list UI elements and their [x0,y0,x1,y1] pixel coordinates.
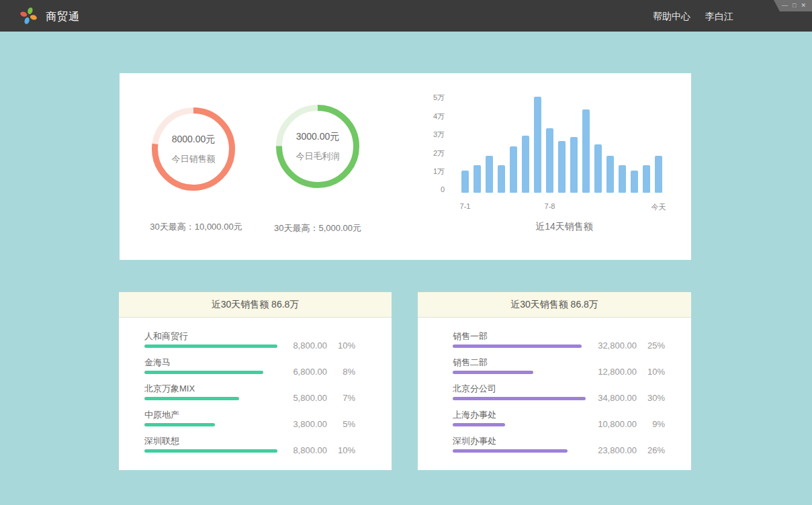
today-sales-ring: 8000.00元 今日销售额 [152,107,235,191]
rank-bar-fill [144,345,277,348]
rank-values: 12,800.0010% [588,367,665,377]
rank-bar-fill [453,397,586,400]
bar [546,128,553,193]
customer-rank-card: 近30天销售额 86.8万 人和商贸行 8,800.0010% 金海马 6,80… [119,292,392,470]
rank-percent: 9% [637,419,665,429]
rank-percent: 30% [637,393,665,403]
maximize-icon[interactable]: □ [793,3,796,9]
bar [655,156,662,193]
bar [534,97,541,193]
bars [461,73,671,193]
rank-name: 深圳联想 [144,437,355,446]
rank-percent: 10% [327,445,355,455]
rank-row: 中原地产 3,800.005% [144,410,355,437]
rank-row: 销售二部 12,800.0010% [453,358,665,384]
y-axis-label: 4万 [408,111,445,122]
profit-30d-max: 30天最高：5,000.00元 [274,222,361,234]
rank-bar-fill [144,449,277,453]
bar [582,109,590,193]
bar [643,165,650,193]
rank-percent: 25% [637,340,665,351]
y-axis-label: 0 [408,185,445,193]
rank-amount: 34,800.00 [588,393,637,403]
bar [558,141,566,193]
x-axis-label: 7-1 [460,202,471,210]
username-menu[interactable]: 李白江 [705,11,733,23]
x-axis-label: 今天 [651,202,666,212]
rank-values: 23,800.0026% [588,445,665,455]
rank-values: 34,800.0030% [588,393,665,403]
y-axis-label: 3万 [408,130,445,140]
bar [570,137,578,193]
chart-title: 近14天销售额 [535,221,593,233]
rank-card-title: 近30天销售额 86.8万 [119,292,392,318]
rank-amount: 10,800.00 [588,419,637,429]
rank-bar-fill [453,371,533,374]
rank-rows: 销售一部 32,800.0025% 销售二部 12,800.0010% 北京分公… [418,318,691,463]
overview-card: 8000.00元 今日销售额 30天最高：10,000.00元 3000.00元… [120,73,691,260]
rank-values: 6,800.008% [279,367,355,377]
today-sales-caption: 今日销售额 [172,153,216,165]
bar [498,165,505,193]
rank-card-title: 近30天销售额 86.8万 [418,292,691,318]
rank-amount: 12,800.00 [588,367,637,377]
rank-amount: 8,800.00 [279,340,327,351]
bar [510,146,517,193]
app-logo-icon [19,7,38,25]
rank-percent: 26% [637,445,665,455]
rank-percent: 8% [327,367,355,377]
help-center-link[interactable]: 帮助中心 [653,11,690,23]
rank-row: 金海马 6,800.008% [144,358,355,384]
rank-values: 8,800.0010% [279,445,355,455]
rank-bar-fill [144,423,215,426]
today-profit-value: 3000.00元 [296,131,340,143]
app-title: 商贸通 [46,10,80,24]
rank-values: 10,800.009% [588,419,665,429]
rank-values: 5,800.007% [279,393,355,403]
bar [631,171,638,193]
rank-name: 深圳办事处 [453,437,665,446]
rank-percent: 10% [327,340,355,351]
y-axis-label: 2万 [408,148,445,158]
rank-name: 金海马 [144,358,355,367]
today-profit-ring: 3000.00元 今日毛利润 [276,105,359,188]
sales-30d-max: 30天最高：10,000.00元 [150,221,242,233]
rank-bar-fill [453,423,505,426]
rank-name: 北京分公司 [453,384,665,394]
bar [486,156,493,193]
rank-amount: 32,800.00 [588,340,637,351]
bar [619,165,626,193]
rank-bar-fill [453,345,582,348]
rank-row: 深圳联想 8,800.0010% [144,437,355,463]
rank-rows: 人和商贸行 8,800.0010% 金海马 6,800.008% 北京万象MIX… [119,318,392,463]
rank-row: 北京万象MIX 5,800.007% [144,384,355,410]
rank-name: 销售一部 [453,332,665,341]
rank-row: 北京分公司 34,800.0030% [453,384,665,410]
rank-name: 销售二部 [453,358,665,367]
rank-amount: 8,800.00 [279,445,327,455]
bar [594,144,602,193]
department-rank-card: 近30天销售额 86.8万 销售一部 32,800.0025% 销售二部 12,… [418,292,691,470]
rank-amount: 3,800.00 [279,419,327,429]
minimize-icon[interactable]: — [782,3,788,9]
bar [473,165,481,193]
rank-name: 北京万象MIX [144,384,355,394]
close-icon[interactable]: ✕ [801,3,806,9]
rank-name: 中原地产 [144,410,355,420]
y-axis-label: 5万 [408,93,445,103]
rank-values: 3,800.005% [279,419,355,429]
y-axis-label: 1万 [408,167,445,177]
rank-amount: 23,800.00 [588,445,637,455]
bar [522,136,529,193]
rank-name: 人和商贸行 [144,332,355,341]
x-axis-label: 7-8 [545,202,555,210]
rank-percent: 5% [327,419,355,429]
rank-values: 32,800.0025% [588,340,665,351]
rank-row: 上海办事处 10,800.009% [453,410,665,437]
window-controls: — □ ✕ [774,0,812,11]
titlebar: 商贸通 帮助中心 李白江 — □ ✕ [0,0,812,32]
rank-name: 上海办事处 [453,410,665,420]
rank-bar-fill [453,449,568,453]
rank-amount: 5,800.00 [279,393,327,403]
bar [461,171,469,193]
